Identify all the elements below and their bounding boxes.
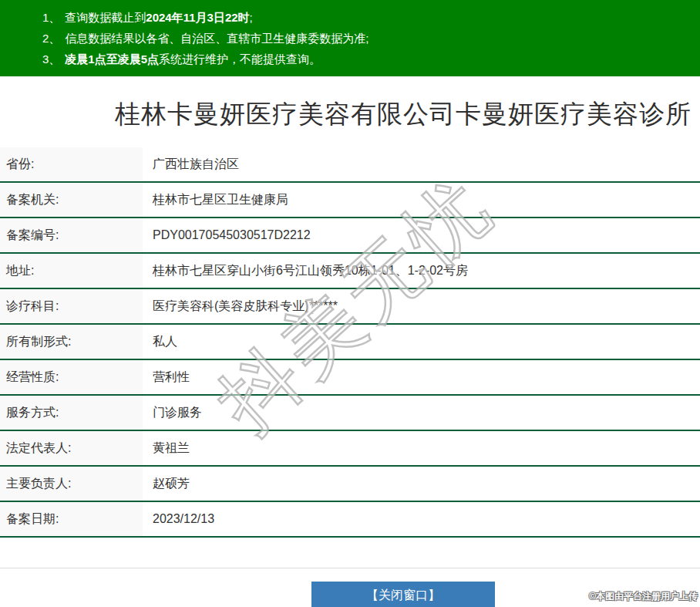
page-title: 桂林卡曼妍医疗美容有限公司卡曼妍医疗美容诊所 (0, 76, 700, 132)
table-row: 诊疗科目: 医疗美容科(美容皮肤科专业)****** (0, 289, 700, 325)
notice-bar: 1、查询数据截止到2024年11月3日22时; 2、信息数据结果以各省、自治区、… (0, 0, 700, 76)
notice-text-bold: 凌晨1点至凌晨5点 (65, 52, 159, 66)
notice-text: 信息数据结果以各省、自治区、直辖市卫生健康委数据为准; (65, 32, 369, 45)
notice-text: 查询数据截止到 (65, 11, 146, 24)
notice-number: 2、 (42, 32, 60, 45)
row-value: 私人 (143, 325, 700, 359)
table-row: 备案日期: 2023/12/13 (0, 502, 700, 538)
row-label: 主要负责人: (0, 467, 143, 501)
table-row: 备案机关: 桂林市七星区卫生健康局 (0, 183, 700, 218)
table-row: 服务方式: 门诊服务 (0, 396, 700, 431)
notice-line-2: 2、信息数据结果以各省、自治区、直辖市卫生健康委数据为准; (42, 28, 692, 49)
row-label: 经营性质: (0, 360, 143, 394)
row-value: 桂林市七星区卫生健康局 (143, 183, 700, 217)
content-area: 桂林卡曼妍医疗美容有限公司卡曼妍医疗美容诊所 省份: 广西壮族自治区 备案机关:… (0, 76, 700, 607)
bottom-divider (0, 538, 700, 568)
row-value: 桂林市七星区穿山小街6号江山领秀10栋1-01、1-2-02号房 (143, 254, 700, 288)
record-info-table: 省份: 广西壮族自治区 备案机关: 桂林市七星区卫生健康局 备案编号: PDY0… (0, 147, 700, 538)
row-value: 赵硕芳 (143, 467, 700, 501)
row-label: 服务方式: (0, 396, 143, 430)
notice-text: 系统进行维护，不能提供查询。 (159, 52, 321, 66)
table-row: 备案编号: PDY00170545030517D2212 (0, 218, 700, 254)
row-value: 2023/12/13 (143, 502, 700, 536)
notice-text: ; (250, 11, 253, 24)
row-label: 地址: (0, 254, 143, 288)
table-row: 省份: 广西壮族自治区 (0, 147, 700, 183)
row-label: 备案机关: (0, 183, 143, 217)
table-row: 法定代表人: 黄祖兰 (0, 431, 700, 467)
row-value: 黄祖兰 (143, 431, 700, 465)
notice-text-bold: 2024年11月3日22时 (146, 11, 249, 24)
row-label: 所有制形式: (0, 325, 143, 359)
row-label: 备案日期: (0, 502, 143, 536)
table-row: 所有制形式: 私人 (0, 325, 700, 360)
copyright-watermark: ©本图由平台注册用户上传 (589, 590, 698, 603)
notice-line-3: 3、凌晨1点至凌晨5点系统进行维护，不能提供查询。 (42, 49, 692, 69)
row-value: 医疗美容科(美容皮肤科专业)****** (143, 289, 700, 323)
row-value: 门诊服务 (143, 396, 700, 430)
table-row: 地址: 桂林市七星区穿山小街6号江山领秀10栋1-01、1-2-02号房 (0, 254, 700, 289)
notice-number: 1、 (42, 11, 60, 24)
row-label: 诊疗科目: (0, 289, 143, 323)
row-value: 营利性 (143, 360, 700, 394)
table-row: 经营性质: 营利性 (0, 360, 700, 396)
row-label: 法定代表人: (0, 431, 143, 465)
table-row: 主要负责人: 赵硕芳 (0, 467, 700, 502)
row-value: 广西壮族自治区 (143, 147, 700, 181)
notice-number: 3、 (42, 52, 60, 66)
notice-line-1: 1、查询数据截止到2024年11月3日22时; (42, 7, 692, 28)
row-value: PDY00170545030517D2212 (143, 218, 700, 252)
row-label: 备案编号: (0, 218, 143, 252)
close-window-button[interactable]: 【关闭窗口】 (311, 582, 495, 607)
row-label: 省份: (0, 147, 143, 181)
